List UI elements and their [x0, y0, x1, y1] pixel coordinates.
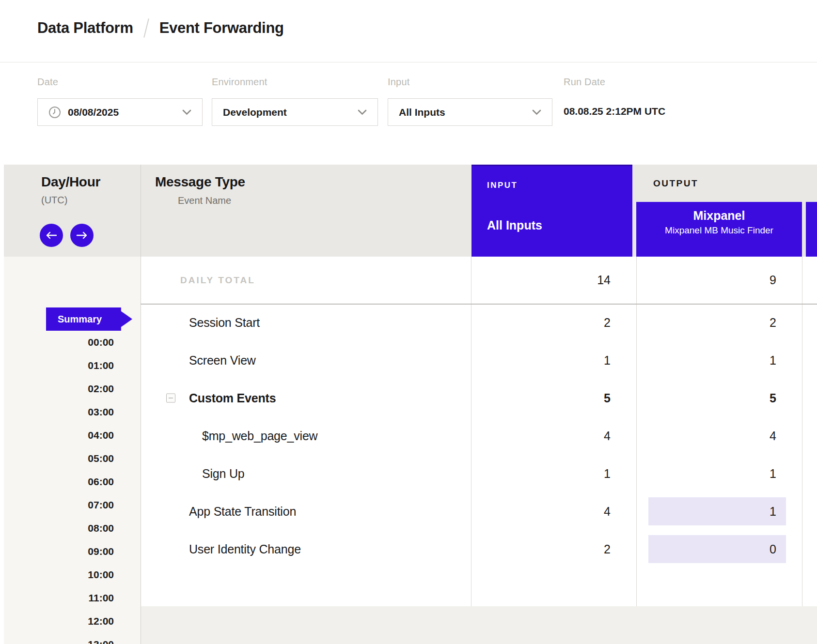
input-count: 1: [471, 455, 636, 492]
table-row: $mp_web_page_view 4 4: [141, 417, 817, 455]
table-row: App State Transition 4 1: [141, 492, 817, 530]
input-value: All Inputs: [399, 107, 445, 118]
output-count: 1: [636, 341, 802, 379]
output-count: 4: [636, 417, 802, 455]
output-count: 2: [636, 304, 802, 341]
mixpanel-column-header[interactable]: Mixpanel Mixpanel MB Music Finder: [636, 202, 802, 257]
input-count: 5: [471, 379, 636, 417]
run-date-group: Run Date 08.08.25 2:12PM UTC: [564, 77, 665, 117]
event-name: App State Transition: [189, 505, 296, 519]
daily-total-row: DAILY TOTAL 14 9: [141, 257, 817, 304]
input-count: 1: [471, 341, 636, 379]
filter-bar: Date 08/08/2025 Environment Development …: [0, 63, 817, 165]
daily-total-input-value: 14: [471, 257, 636, 304]
input-column-header[interactable]: INPUT All Inputs: [471, 165, 632, 257]
event-forwarding-report: Day/Hour (UTC) Message Type Event Name I…: [4, 165, 817, 644]
clock-icon: [48, 106, 61, 119]
input-section-label: INPUT: [487, 181, 518, 190]
hour-label[interactable]: 13:00: [4, 633, 141, 644]
hour-label[interactable]: 07:00: [4, 493, 141, 517]
collapse-toggle[interactable]: [166, 394, 175, 403]
run-date-value: 08.08.25 2:12PM UTC: [564, 106, 665, 117]
daily-total-output-value: 9: [636, 257, 802, 304]
environment-value: Development: [223, 107, 287, 118]
table-footer-band: [141, 606, 817, 644]
hour-label[interactable]: 08:00: [4, 517, 141, 540]
input-filter: Input All Inputs: [388, 77, 552, 126]
table-row: Sign Up 1 1: [141, 455, 817, 492]
input-count: 2: [471, 530, 636, 568]
arrow-left-icon: [46, 231, 57, 239]
day-hour-title: Day/Hour: [41, 174, 100, 190]
environment-filter: Environment Development: [212, 77, 378, 126]
summary-label: Summary: [46, 314, 102, 325]
prev-day-button[interactable]: [40, 224, 63, 247]
hour-label[interactable]: 06:00: [4, 470, 141, 493]
breadcrumb: Data Platform Event Forwarding: [37, 18, 284, 38]
environment-label: Environment: [212, 77, 378, 88]
input-count: 4: [471, 492, 636, 530]
hour-label[interactable]: 04:00: [4, 424, 141, 447]
output-count: 0: [636, 530, 802, 568]
event-name: User Identity Change: [189, 542, 301, 556]
date-filter: Date 08/08/2025: [37, 77, 203, 126]
date-label: Date: [37, 77, 203, 88]
table-row: Session Start 2 2: [141, 304, 817, 341]
output-section-label: OUTPUT: [653, 178, 698, 189]
daily-total-label: DAILY TOTAL: [180, 275, 255, 286]
hour-label[interactable]: 00:00: [4, 331, 141, 354]
next-output-column-sliver[interactable]: [806, 202, 817, 257]
day-hour-subtitle: (UTC): [41, 195, 67, 206]
hour-label[interactable]: 05:00: [4, 447, 141, 470]
hour-label[interactable]: 11:00: [4, 586, 141, 610]
page-title: Event Forwarding: [159, 19, 284, 37]
input-select[interactable]: All Inputs: [388, 98, 552, 126]
event-name-subtitle: Event Name: [178, 195, 231, 206]
table-row: Screen View 1 1: [141, 341, 817, 379]
date-select[interactable]: 08/08/2025: [37, 98, 203, 126]
table-row: Custom Events 5 5: [141, 379, 817, 417]
breadcrumb-bar: Data Platform Event Forwarding: [0, 0, 817, 62]
event-name: Screen View: [189, 353, 256, 368]
event-name: $mp_web_page_view: [202, 429, 317, 443]
event-name: Custom Events: [189, 391, 276, 405]
minus-icon: [169, 398, 173, 399]
input-label: Input: [388, 77, 552, 88]
arrow-right-icon: [76, 231, 88, 239]
hour-label[interactable]: 10:00: [4, 563, 141, 586]
event-name: Sign Up: [202, 467, 245, 481]
chevron-down-icon: [358, 109, 367, 115]
next-day-button[interactable]: [70, 224, 94, 247]
hour-label[interactable]: 03:00: [4, 400, 141, 424]
date-value: 08/08/2025: [68, 107, 119, 118]
table-row: User Identity Change 2 0: [141, 530, 817, 568]
event-name: Session Start: [189, 316, 260, 330]
summary-flag[interactable]: Summary: [46, 307, 132, 331]
hour-label[interactable]: 09:00: [4, 540, 141, 563]
output-count: 1: [636, 492, 802, 530]
output-count: 5: [636, 379, 802, 417]
input-count: 4: [471, 417, 636, 455]
breadcrumb-section[interactable]: Data Platform: [37, 19, 133, 37]
mixpanel-column-title: Mixpanel: [636, 209, 802, 223]
input-column-title: All Inputs: [487, 218, 542, 232]
environment-select[interactable]: Development: [212, 98, 378, 126]
message-type-title: Message Type: [155, 174, 245, 190]
chevron-down-icon: [532, 109, 541, 115]
mixpanel-column-subtitle: Mixpanel MB Music Finder: [636, 225, 802, 236]
hour-label[interactable]: 12:00: [4, 610, 141, 633]
chevron-down-icon: [182, 109, 191, 115]
output-count: 1: [636, 455, 802, 492]
hour-label[interactable]: 01:00: [4, 354, 141, 377]
run-date-label: Run Date: [564, 77, 665, 88]
hour-label[interactable]: 02:00: [4, 377, 141, 400]
breadcrumb-separator: [143, 18, 149, 37]
input-count: 2: [471, 304, 636, 341]
